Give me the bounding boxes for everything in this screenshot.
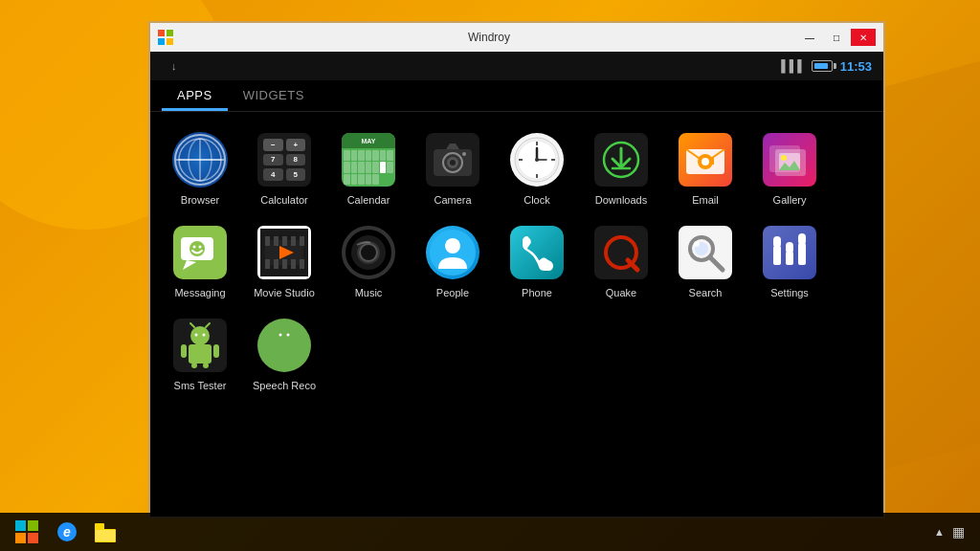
- svg-text:e: e: [63, 524, 71, 540]
- svg-point-84: [275, 326, 294, 345]
- ie-button[interactable]: e: [50, 515, 84, 549]
- svg-rect-83: [203, 363, 209, 368]
- tabs-bar: APPS WIDGETS: [150, 80, 883, 112]
- svg-point-37: [189, 241, 205, 256]
- app-downloads[interactable]: Downloads: [579, 121, 663, 214]
- tab-apps[interactable]: APPS: [162, 80, 228, 111]
- minimize-button[interactable]: —: [797, 29, 822, 46]
- taskbar-up-arrow[interactable]: ▲: [934, 526, 945, 538]
- svg-rect-1: [167, 30, 173, 36]
- android-content: ↓ ▌▌▌ 11:53 APPS WIDGETS: [150, 52, 883, 517]
- explorer-button[interactable]: [88, 515, 122, 549]
- svg-rect-95: [28, 520, 38, 531]
- svg-rect-96: [15, 533, 26, 543]
- movie-studio-icon: [256, 224, 313, 281]
- app-browser[interactable]: Browser: [158, 121, 242, 214]
- email-label: Email: [692, 194, 719, 207]
- svg-rect-43: [274, 236, 278, 246]
- time-display: 11:53: [840, 59, 872, 74]
- svg-rect-94: [15, 520, 26, 531]
- svg-rect-0: [158, 30, 165, 36]
- svg-point-38: [193, 246, 196, 249]
- svg-point-56: [367, 251, 370, 254]
- start-button[interactable]: [8, 513, 46, 551]
- app-phone[interactable]: Phone: [495, 214, 579, 307]
- gallery-icon: [761, 131, 818, 188]
- browser-icon: [171, 131, 229, 188]
- taskbar-action-center[interactable]: ▦: [952, 524, 965, 540]
- downloads-label: Downloads: [595, 194, 647, 207]
- app-music[interactable]: Music: [326, 214, 411, 307]
- tab-widgets[interactable]: WIDGETS: [228, 80, 320, 111]
- app-clock[interactable]: Clock: [495, 121, 579, 214]
- svg-point-13: [462, 152, 466, 156]
- svg-point-85: [279, 334, 282, 337]
- clock-label: Clock: [523, 194, 550, 207]
- svg-line-78: [206, 323, 210, 327]
- close-button[interactable]: ✕: [851, 29, 876, 46]
- svg-rect-51: [300, 259, 304, 269]
- windroy-window: Windroy — □ ✕ ↓ ▌▌▌ 11:53 APPS WIDGETS: [148, 21, 885, 518]
- movie-studio-label: Movie Studio: [254, 287, 315, 299]
- email-icon: [677, 131, 734, 188]
- svg-point-55: [365, 249, 372, 256]
- restore-button[interactable]: □: [824, 29, 849, 46]
- download-indicator: ↓: [171, 60, 177, 72]
- app-email[interactable]: Email: [663, 121, 747, 214]
- svg-rect-92: [276, 363, 281, 368]
- app-quake[interactable]: Quake: [579, 214, 663, 307]
- svg-rect-72: [798, 243, 806, 265]
- svg-rect-93: [287, 363, 293, 368]
- svg-point-7: [189, 139, 212, 181]
- svg-rect-45: [291, 236, 296, 246]
- svg-line-87: [275, 323, 278, 327]
- svg-line-77: [190, 323, 194, 327]
- svg-point-34: [781, 155, 787, 161]
- svg-point-54: [357, 241, 380, 264]
- svg-rect-97: [28, 533, 38, 543]
- status-bar-left: ↓: [162, 60, 775, 72]
- app-movie-studio[interactable]: Movie Studio: [242, 214, 326, 307]
- phone-label: Phone: [522, 287, 552, 299]
- svg-point-74: [190, 326, 210, 345]
- people-label: People: [436, 287, 469, 299]
- settings-label: Settings: [770, 287, 809, 299]
- svg-rect-82: [191, 363, 197, 368]
- app-gallery[interactable]: Gallery: [747, 121, 832, 214]
- app-calculator[interactable]: − + 7 8 4 5 Calculator: [242, 121, 326, 214]
- search-icon: [677, 224, 734, 281]
- svg-marker-36: [183, 260, 196, 270]
- svg-rect-42: [265, 236, 270, 246]
- svg-point-29: [702, 158, 709, 165]
- app-search[interactable]: Search: [663, 214, 747, 307]
- signal-bars: ▌▌▌: [781, 59, 806, 73]
- svg-rect-90: [265, 344, 271, 358]
- quake-icon: [592, 224, 650, 281]
- calculator-label: Calculator: [260, 194, 308, 207]
- svg-point-4: [179, 139, 221, 181]
- svg-rect-91: [298, 344, 303, 358]
- speech-reco-icon: [256, 317, 313, 374]
- app-grid: Browser − + 7 8 4 5 Calculator: [150, 112, 883, 517]
- svg-rect-50: [291, 259, 296, 269]
- messaging-label: Messaging: [174, 287, 225, 299]
- camera-label: Camera: [434, 194, 471, 207]
- taskbar-icons: e: [50, 515, 122, 549]
- svg-point-58: [445, 238, 460, 253]
- svg-point-12: [450, 160, 456, 165]
- app-camera[interactable]: Camera: [411, 121, 495, 214]
- app-sms-tester[interactable]: Sms Tester: [158, 307, 242, 400]
- app-messaging[interactable]: Messaging: [158, 214, 242, 307]
- music-label: Music: [355, 287, 383, 299]
- sms-tester-label: Sms Tester: [174, 380, 227, 392]
- app-speech-reco[interactable]: Speech Reco: [242, 307, 326, 400]
- calendar-label: Calendar: [347, 194, 390, 207]
- battery-icon: [812, 60, 833, 72]
- app-settings[interactable]: Settings: [747, 214, 832, 307]
- speech-reco-label: Speech Reco: [253, 380, 316, 392]
- downloads-icon: [592, 131, 650, 188]
- app-calendar[interactable]: MAY Calendar: [326, 121, 411, 214]
- clock-icon: [508, 131, 566, 188]
- app-people[interactable]: People: [411, 214, 495, 307]
- sms-tester-icon: [171, 317, 229, 374]
